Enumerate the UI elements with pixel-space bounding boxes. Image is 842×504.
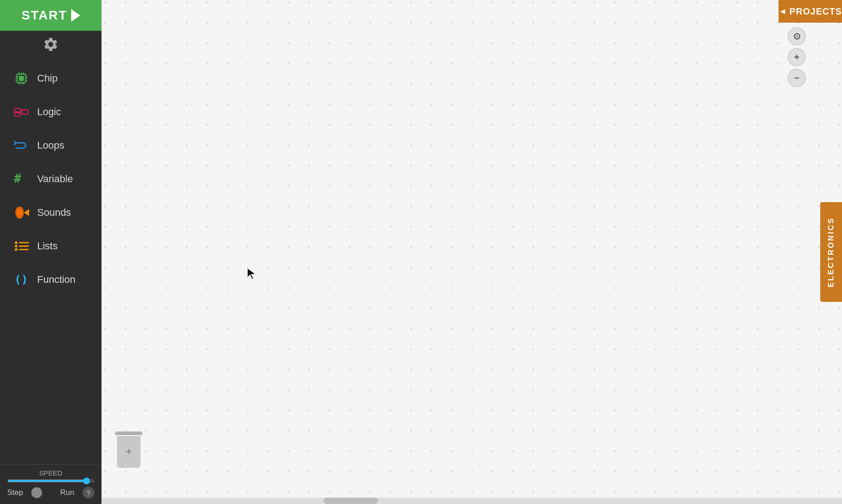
zoom-in-button[interactable]: + <box>788 48 806 66</box>
trash-body: + <box>117 436 140 468</box>
projects-arrow-icon: ◄ <box>779 7 787 16</box>
projects-label: PROJECTS <box>789 6 842 17</box>
bottom-bar: SPEED Step Run ? <box>0 464 102 504</box>
trash-plus-icon: + <box>126 446 132 458</box>
electronics-label: ELECTRONICS <box>827 217 836 287</box>
lists-icon-wrap <box>12 237 31 256</box>
svg-text:#: # <box>14 171 21 185</box>
svg-rect-14 <box>15 108 20 112</box>
logic-label: Logic <box>37 106 61 118</box>
svg-text:(): () <box>15 273 28 286</box>
sidebar-item-lists[interactable]: Lists <box>3 230 99 262</box>
sidebar-item-variable[interactable]: # Variable <box>3 163 99 195</box>
loops-icon <box>13 137 30 154</box>
sidebar-item-chip[interactable]: Chip <box>3 63 99 94</box>
function-label: Function <box>37 274 75 286</box>
electronics-tab[interactable]: ELECTRONICS <box>820 202 842 302</box>
function-icon-wrap: () <box>12 270 31 289</box>
trash-lid <box>115 431 142 435</box>
play-icon <box>71 9 80 22</box>
chip-label: Chip <box>37 73 58 84</box>
svg-point-26 <box>15 242 18 244</box>
gear-icon <box>43 36 59 53</box>
loops-label: Loops <box>37 140 64 151</box>
sidebar-item-sounds[interactable]: Sounds <box>3 197 99 228</box>
zoom-target-button[interactable]: ⊙ <box>788 27 806 45</box>
svg-point-27 <box>15 245 18 247</box>
canvas-area[interactable]: + ◄ PROJECTS ⊙ + − + ELECTRONICS <box>102 0 842 504</box>
step-label: Step <box>7 488 23 497</box>
zoom-out-button[interactable]: − <box>788 69 806 87</box>
svg-rect-15 <box>15 113 20 116</box>
sounds-icon-wrap <box>12 203 31 222</box>
step-run-row: Step Run ? <box>7 487 94 499</box>
run-label: Run <box>60 488 74 497</box>
projects-panel[interactable]: ◄ PROJECTS <box>779 0 842 23</box>
svg-rect-16 <box>22 110 28 114</box>
lists-label: Lists <box>37 240 58 252</box>
svg-rect-31 <box>102 0 842 504</box>
sounds-icon <box>13 204 30 221</box>
svg-point-28 <box>15 248 18 251</box>
sidebar-item-loops[interactable]: Loops <box>3 130 99 161</box>
logic-icon-wrap <box>12 102 31 121</box>
logic-icon <box>13 103 30 121</box>
help-button[interactable]: ? <box>82 487 94 499</box>
chip-icon <box>13 70 30 87</box>
speed-label: SPEED <box>7 469 94 477</box>
speed-slider-row <box>7 480 94 482</box>
sounds-label: Sounds <box>37 207 71 218</box>
variable-label: Variable <box>37 173 73 185</box>
zoom-controls: ⊙ + − <box>788 27 806 87</box>
settings-button[interactable] <box>0 31 102 58</box>
sidebar-item-function[interactable]: () Function <box>3 264 99 296</box>
nav-items: Chip Logic Loop <box>0 58 102 464</box>
start-label: START <box>21 8 67 23</box>
variable-icon: # <box>13 170 30 188</box>
variable-icon-wrap: # <box>12 170 31 189</box>
lists-icon <box>13 237 30 255</box>
speed-slider[interactable] <box>7 480 94 482</box>
trash-can[interactable]: + <box>115 431 142 468</box>
function-icon: () <box>13 271 30 288</box>
svg-marker-22 <box>24 209 29 216</box>
loops-icon-wrap <box>12 136 31 155</box>
start-button[interactable]: START <box>0 0 102 31</box>
sidebar-item-logic[interactable]: Logic <box>3 96 99 128</box>
sidebar: START <box>0 0 102 504</box>
dot-grid: + <box>102 0 842 504</box>
svg-rect-1 <box>19 76 24 81</box>
horizontal-scrollbar[interactable] <box>102 498 842 504</box>
svg-point-21 <box>17 209 22 215</box>
chip-icon-wrap <box>12 69 31 88</box>
step-toggle[interactable] <box>31 487 42 498</box>
